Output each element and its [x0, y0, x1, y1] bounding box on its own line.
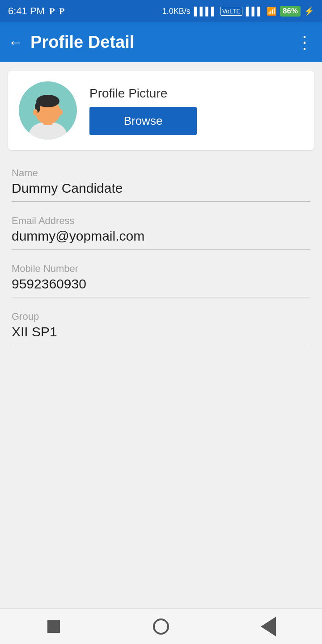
status-bar-left: 6:41 PM 𝐏 𝐏 [8, 5, 64, 17]
signal2-icon: ▌▌▌ [246, 7, 263, 16]
app-bar-left: ← Profile Detail [8, 33, 134, 52]
p-icon-2: 𝐏 [59, 6, 64, 17]
battery-display: 86% [280, 6, 301, 17]
app-bar: ← Profile Detail ⋮ [0, 22, 322, 62]
recent-apps-icon [47, 620, 60, 633]
svg-point-6 [33, 109, 38, 115]
more-options-button[interactable]: ⋮ [296, 32, 314, 52]
name-field-group: Name Dummy Candidate [12, 163, 310, 202]
name-value: Dummy Candidate [12, 181, 310, 202]
profile-card-right: Profile Picture Browse [89, 86, 197, 135]
status-bar: 6:41 PM 𝐏 𝐏 1.0KB/s ▌▌▌▌ VoLTE ▌▌▌ 📶 86%… [0, 0, 322, 22]
nav-recent-button[interactable] [43, 616, 64, 637]
avatar [19, 81, 77, 140]
status-bar-right: 1.0KB/s ▌▌▌▌ VoLTE ▌▌▌ 📶 86% ⚡ [162, 6, 314, 17]
back-button[interactable]: ← [8, 34, 23, 50]
mobile-value: 9592360930 [12, 276, 310, 297]
mobile-label: Mobile Number [12, 263, 310, 275]
speed-display: 1.0KB/s [162, 7, 191, 16]
svg-point-7 [58, 109, 63, 115]
avatar-image [19, 81, 77, 140]
p-icon-1: 𝐏 [49, 6, 55, 17]
page-title: Profile Detail [30, 33, 134, 52]
nav-back-button[interactable] [258, 616, 279, 637]
charging-icon: ⚡ [304, 6, 314, 16]
group-field-group: Group XII SP1 [12, 306, 310, 345]
time-display: 6:41 PM [8, 5, 45, 17]
email-value: dummy@yopmail.com [12, 229, 310, 250]
main-content: Profile Picture Browse Name Dummy Candid… [0, 62, 322, 608]
signal-icon: ▌▌▌▌ [194, 7, 217, 16]
back-icon [261, 617, 276, 636]
nav-home-button[interactable] [150, 616, 172, 637]
profile-picture-label: Profile Picture [89, 86, 197, 101]
form-section: Name Dummy Candidate Email Address dummy… [8, 163, 314, 345]
mobile-field-group: Mobile Number 9592360930 [12, 258, 310, 297]
volte-icon: VoLTE [220, 7, 242, 16]
wifi-icon: 📶 [267, 6, 276, 16]
email-label: Email Address [12, 215, 310, 227]
group-label: Group [12, 311, 310, 322]
home-icon [153, 619, 169, 635]
nav-bar [0, 608, 322, 644]
group-value: XII SP1 [12, 324, 310, 345]
name-label: Name [12, 167, 310, 179]
browse-button[interactable]: Browse [89, 107, 197, 135]
profile-picture-card: Profile Picture Browse [8, 71, 314, 150]
email-field-group: Email Address dummy@yopmail.com [12, 211, 310, 250]
